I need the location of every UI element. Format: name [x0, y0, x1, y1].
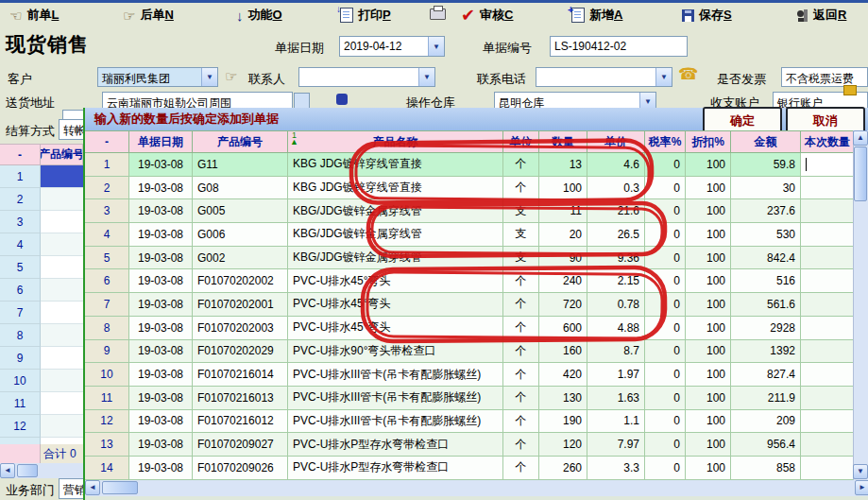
scroll-right-icon[interactable]: ► [855, 480, 868, 495]
table-row[interactable]: 619-03-08F01070202002PVC-U排水45°弯头个2402.1… [85, 269, 853, 293]
table-cell[interactable]: KBG JDG镀锌穿线管直接 [288, 153, 503, 177]
table-cell[interactable]: 2 [85, 177, 129, 200]
table-cell[interactable]: 个 [503, 340, 539, 364]
table-cell[interactable]: 1.1 [587, 410, 645, 434]
table-cell[interactable] [801, 387, 853, 410]
table-cell[interactable]: 211.9 [731, 387, 801, 410]
table-cell[interactable]: 个 [503, 269, 539, 293]
print-button[interactable]: ↓ 打印P [340, 6, 391, 25]
table-cell[interactable]: 个 [503, 387, 539, 410]
table-cell[interactable]: 190 [539, 410, 587, 434]
table-cell[interactable] [801, 457, 853, 480]
table-cell[interactable]: 26.5 [587, 223, 645, 247]
table-cell[interactable]: F01070209026 [193, 457, 288, 480]
table-cell[interactable]: 个 [503, 410, 539, 434]
table-cell[interactable]: PVC-U排水45°弯头 [288, 317, 503, 340]
table-cell[interactable]: 720 [539, 293, 587, 317]
table-cell[interactable]: 530 [731, 223, 801, 247]
column-header[interactable]: 折扣% [686, 130, 731, 153]
table-cell[interactable]: 9.36 [587, 247, 645, 270]
scroll-thumb[interactable] [854, 147, 867, 201]
table-cell[interactable]: PVC-U排水90°弯头带检查口 [288, 340, 503, 364]
table-cell[interactable]: 561.6 [731, 293, 801, 317]
address-picker-button[interactable] [294, 93, 310, 109]
scroll-up-icon[interactable]: ▲ [853, 130, 868, 146]
table-cell[interactable]: 个 [503, 363, 539, 387]
table-cell[interactable]: F01070216013 [193, 387, 288, 410]
product-cell[interactable] [41, 302, 83, 324]
table-cell[interactable]: 100 [686, 317, 731, 340]
main-grid-hscrollbar[interactable]: ◄ [0, 463, 83, 478]
table-cell[interactable]: 3.3 [587, 457, 645, 480]
table-row[interactable]: 319-03-08G005KBG/JDG镀锌金属穿线管支1121.6010023… [85, 199, 853, 223]
prev-doc-button[interactable]: ☜ 前单L [9, 6, 59, 25]
row-number[interactable]: 13 [0, 438, 41, 444]
row-number[interactable]: 1 [0, 165, 41, 188]
table-cell[interactable]: PVC-U排水III管卡(吊卡有配膨胀螺丝) [288, 363, 503, 387]
table-cell[interactable]: PVC-U排水III管卡(吊卡有配膨胀螺丝) [288, 410, 503, 434]
doc-date-combobox[interactable]: 2019-04-12▼ [339, 36, 445, 57]
product-cell[interactable] [41, 279, 83, 302]
table-cell[interactable]: 827.4 [731, 363, 801, 387]
product-cell[interactable] [41, 415, 83, 438]
product-cell[interactable] [41, 188, 83, 211]
table-row[interactable]: 1219-03-08F01070216012PVC-U排水III管卡(吊卡有配膨… [85, 410, 853, 434]
table-cell[interactable]: 4.88 [587, 317, 645, 340]
doc-no-input[interactable]: LS-190412-02 [550, 36, 688, 57]
product-cell[interactable] [41, 324, 83, 347]
table-cell[interactable]: 2928 [731, 317, 801, 340]
table-cell[interactable]: 100 [686, 363, 731, 387]
table-cell[interactable]: 1392 [731, 340, 801, 364]
table-cell[interactable] [801, 410, 853, 434]
table-cell[interactable]: 支 [503, 223, 539, 247]
new-doc-button[interactable]: + 新增A [571, 6, 622, 25]
row-number[interactable]: 5 [0, 256, 41, 279]
audit-button[interactable]: ✔ 审核C [461, 6, 513, 25]
dialog-hscrollbar[interactable]: ◄ ► [85, 480, 868, 496]
table-row[interactable]: 919-03-08F01070202029PVC-U排水90°弯头带检查口个16… [85, 340, 853, 364]
table-cell[interactable]: 19-03-08 [129, 363, 193, 387]
scroll-thumb[interactable] [17, 464, 38, 477]
product-cell[interactable] [41, 165, 83, 188]
chevron-down-icon[interactable]: ▼ [201, 68, 217, 86]
table-cell[interactable]: G002 [193, 247, 288, 270]
table-cell[interactable]: 19-03-08 [129, 199, 193, 223]
row-number[interactable]: 7 [0, 302, 41, 324]
table-cell[interactable]: F01070202001 [193, 293, 288, 317]
save-button[interactable]: 保存S [682, 6, 732, 25]
table-cell[interactable] [801, 177, 853, 200]
address-map-icon[interactable] [336, 94, 348, 105]
table-cell[interactable]: 0.78 [587, 293, 645, 317]
table-cell[interactable]: 4.6 [587, 153, 645, 177]
table-cell[interactable] [801, 153, 853, 177]
table-cell[interactable]: 19-03-08 [129, 223, 193, 247]
table-cell[interactable]: 0 [645, 340, 686, 364]
table-cell[interactable]: KBG/JDG镀锌金属穿线管 [288, 247, 503, 270]
table-row[interactable]: 1019-03-08F01070216014PVC-U排水III管卡(吊卡有配膨… [85, 363, 853, 387]
table-cell[interactable]: 7.97 [587, 433, 645, 457]
table-cell[interactable]: 0 [645, 457, 686, 480]
table-cell[interactable]: G08 [193, 177, 288, 200]
table-cell[interactable]: F01070216012 [193, 410, 288, 434]
scroll-left-icon[interactable]: ◄ [85, 480, 100, 495]
list-item[interactable]: 5 [0, 256, 83, 279]
list-item[interactable]: 1 [0, 165, 83, 188]
table-cell[interactable]: 858 [731, 457, 801, 480]
table-cell[interactable]: KBG/JDG镀锌金属穿线管 [288, 223, 503, 247]
table-cell[interactable]: 2.15 [587, 269, 645, 293]
table-cell[interactable]: 100 [686, 269, 731, 293]
table-cell[interactable]: 59.8 [731, 153, 801, 177]
chevron-down-icon[interactable]: ▼ [418, 68, 434, 86]
row-number[interactable]: 6 [0, 279, 41, 302]
table-cell[interactable]: 209 [731, 410, 801, 434]
table-cell[interactable]: 100 [686, 340, 731, 364]
table-cell[interactable]: 个 [503, 293, 539, 317]
table-cell[interactable]: 130 [539, 387, 587, 410]
table-cell[interactable]: PVC-U排水45°弯头 [288, 269, 503, 293]
table-cell[interactable]: 1.63 [587, 387, 645, 410]
table-cell[interactable]: PVC-U排水P型存水弯带检查口 [288, 457, 503, 480]
table-cell[interactable]: 19-03-08 [129, 177, 193, 200]
table-cell[interactable]: 4 [85, 223, 129, 247]
table-cell[interactable]: 100 [686, 247, 731, 270]
table-cell[interactable]: 0 [645, 317, 686, 340]
